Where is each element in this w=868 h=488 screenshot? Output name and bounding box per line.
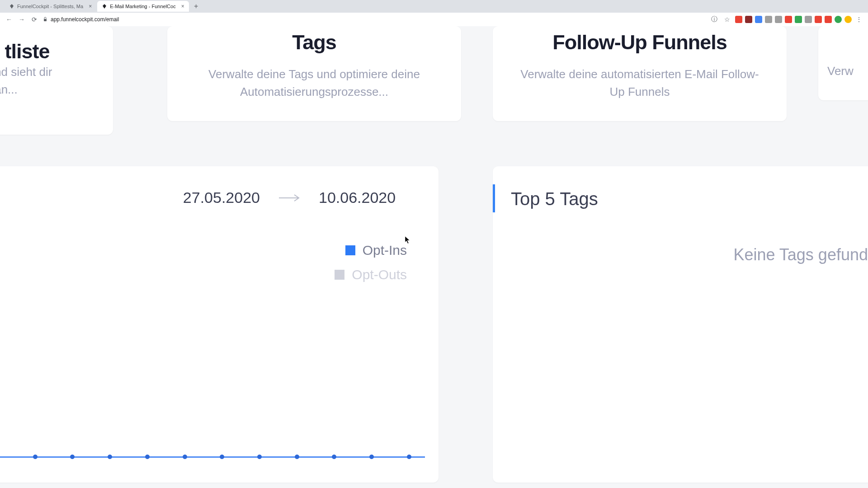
card-title: Tags [190,31,439,54]
svg-rect-0 [44,19,47,21]
chart-area [0,329,425,465]
top-tags-header: Top 5 Tags [493,189,868,209]
extension-icon[interactable] [735,16,742,23]
panel-opt-chart: 27.05.2020 10.06.2020 Opt-Ins Opt-Outs [0,166,439,483]
extension-icon[interactable] [785,16,792,23]
tab-close-icon[interactable]: × [89,3,92,9]
chart-data-point[interactable] [295,455,299,459]
tab-title: E-Mail Marketing - FunnelCoc [110,4,176,9]
chart-data-point[interactable] [220,455,224,459]
main-content: tliste ktliste und sieht direnauer an...… [0,26,868,488]
tab-close-icon[interactable]: × [181,3,184,9]
chart-dots [0,455,411,459]
top-tags-title: Top 5 Tags [511,189,598,209]
lower-section: 27.05.2020 10.06.2020 Opt-Ins Opt-Outs [0,166,868,483]
extension-icon[interactable] [765,16,772,23]
chart-legend: Opt-Ins Opt-Outs [0,243,416,282]
card-follow-up-funnels[interactable]: Follow-Up Funnels Verwalte deine automat… [493,26,787,121]
chart-data-point[interactable] [70,455,75,459]
browser-chrome: FunnelCockpit - Splittests, Ma × E-Mail … [0,0,868,26]
chart-data-point[interactable] [108,455,112,459]
extension-icon[interactable] [795,16,802,23]
legend-color-icon [335,270,344,280]
legend-item-opt-outs[interactable]: Opt-Outs [335,267,407,282]
date-from: 27.05.2020 [183,189,260,206]
extension-icon[interactable] [835,16,842,23]
date-to: 10.06.2020 [319,189,396,206]
back-button[interactable]: ← [5,15,14,24]
legend-item-opt-ins[interactable]: Opt-Ins [345,243,407,258]
legend-label: Opt-Outs [352,267,407,282]
extension-icon[interactable] [825,16,832,23]
card-title: tliste [0,40,99,63]
tab-favicon-icon [102,4,107,9]
extension-icon[interactable] [815,16,822,23]
card-liste[interactable]: tliste ktliste und sieht direnauer an... [0,26,113,135]
chart-data-point[interactable] [369,455,374,459]
chart-data-point[interactable] [332,455,336,459]
address-bar-row: ← → ⟳ app.funnelcockpit.com/email ⓘ ☆ ⋮ [0,13,868,26]
browser-tab-1[interactable]: FunnelCockpit - Splittests, Ma × [5,1,96,12]
accent-bar [493,184,495,212]
info-icon[interactable]: ⓘ [710,15,719,24]
date-range[interactable]: 27.05.2020 10.06.2020 [0,189,416,206]
extension-icon[interactable] [755,16,762,23]
card-title: Follow-Up Funnels [515,31,764,54]
address-bar[interactable]: app.funnelcockpit.com/email [42,16,706,23]
tab-favicon-icon [9,4,14,9]
chart-data-point[interactable] [407,455,411,459]
card-description: ktliste und sieht direnauer an... [0,63,99,99]
cards-row: tliste ktliste und sieht direnauer an...… [0,26,868,135]
menu-icon[interactable]: ⋮ [854,15,863,24]
legend-label: Opt-Ins [363,243,407,258]
extension-icon[interactable] [745,16,752,23]
chart-data-point[interactable] [33,455,38,459]
new-tab-button[interactable]: + [192,2,201,11]
lock-icon [42,17,48,22]
extension-icon[interactable] [775,16,782,23]
card-tags[interactable]: Tags Verwalte deine Tags und optimiere d… [167,26,461,121]
chart-data-point[interactable] [183,455,187,459]
extension-icons: ⋮ [735,15,863,24]
url-text: app.funnelcockpit.com/email [51,16,119,23]
chart-data-point[interactable] [145,455,150,459]
tab-title: FunnelCockpit - Splittests, Ma [17,4,83,9]
card-description: Verw [827,62,868,80]
star-icon[interactable]: ☆ [722,15,731,24]
card-description: Verwalte deine Tags und optimiere deine … [190,66,439,101]
legend-color-icon [345,245,355,255]
browser-tab-2[interactable]: E-Mail Marketing - FunnelCoc × [97,1,189,12]
extension-icon[interactable] [844,16,852,23]
card-description: Verwalte deine automatisierten E-Mail Fo… [515,66,764,101]
reload-button[interactable]: ⟳ [30,15,39,24]
card-partial-right[interactable]: Verw [818,26,868,100]
empty-state-text: Keine Tags gefunde [493,245,868,264]
panel-top-tags: Top 5 Tags Keine Tags gefunde [493,166,868,483]
forward-button[interactable]: → [17,15,26,24]
chart-data-point[interactable] [257,455,262,459]
extension-icon[interactable] [805,16,812,23]
tab-bar: FunnelCockpit - Splittests, Ma × E-Mail … [0,0,868,13]
arrow-right-icon [278,190,301,206]
